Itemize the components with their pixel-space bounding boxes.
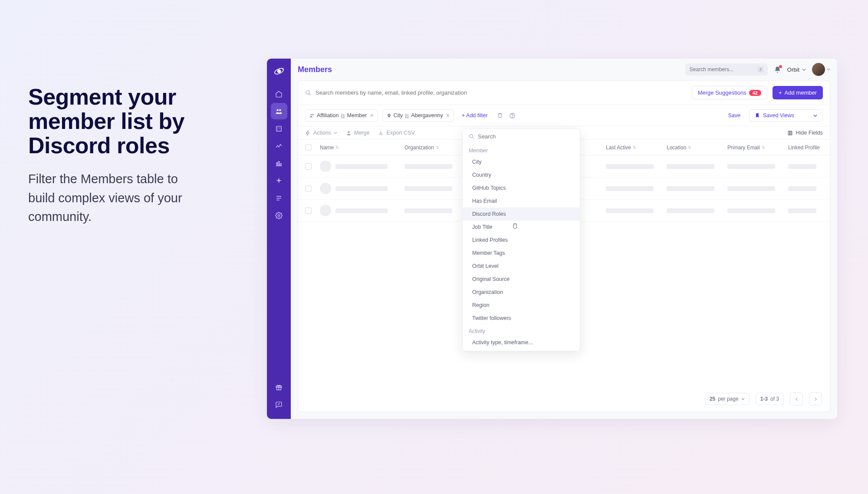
filter-search[interactable] bbox=[463, 129, 580, 144]
filter-option[interactable]: Country bbox=[463, 168, 580, 181]
columns-icon bbox=[787, 130, 793, 136]
select-all-checkbox[interactable] bbox=[305, 144, 312, 151]
row-checkbox[interactable] bbox=[305, 207, 312, 214]
column-location[interactable]: Location⇅ bbox=[667, 145, 727, 151]
remove-filter-icon[interactable]: × bbox=[370, 112, 373, 119]
skeleton bbox=[667, 186, 714, 191]
member-search-input[interactable] bbox=[316, 89, 687, 96]
notification-dot bbox=[779, 65, 782, 68]
filter-option[interactable]: Region bbox=[463, 299, 580, 312]
filter-option[interactable]: Job Title bbox=[463, 221, 580, 234]
add-member-button[interactable]: + Add member bbox=[773, 86, 823, 99]
bulk-actions-dropdown[interactable]: Actions bbox=[305, 130, 337, 136]
row-checkbox[interactable] bbox=[305, 163, 312, 170]
nav-sparkle-icon[interactable] bbox=[271, 172, 287, 189]
skeleton bbox=[404, 164, 452, 169]
skeleton bbox=[606, 164, 654, 169]
export-csv-button[interactable]: Export CSV bbox=[378, 130, 414, 136]
save-view-button[interactable]: Save bbox=[724, 110, 745, 121]
search-row: Merge Suggestions 42 + Add member bbox=[298, 81, 830, 105]
workspace-switcher[interactable]: Orbit bbox=[787, 66, 806, 73]
nav-settings-icon[interactable] bbox=[271, 207, 287, 224]
marketing-panel: Segment your member list by Discord role… bbox=[28, 85, 202, 227]
filter-help-icon[interactable] bbox=[509, 112, 516, 119]
member-search[interactable] bbox=[305, 89, 687, 96]
filter-group-activity: Activity bbox=[463, 325, 580, 336]
chevron-down-icon bbox=[827, 68, 830, 71]
global-search-input[interactable] bbox=[690, 66, 758, 72]
filter-option[interactable]: Orbit Level bbox=[463, 260, 580, 273]
orbit-logo-icon[interactable] bbox=[273, 65, 286, 78]
search-icon bbox=[469, 134, 474, 139]
nav-members-icon[interactable] bbox=[271, 103, 287, 119]
column-linked-profile[interactable]: Linked Profile bbox=[788, 145, 823, 151]
main-content: Members / Orbit bbox=[291, 59, 837, 419]
per-page-selector[interactable]: 25 per page bbox=[705, 393, 750, 405]
page-range: 1-3 of 3 bbox=[756, 393, 784, 405]
avatar-skeleton bbox=[320, 183, 331, 194]
nav-home-icon[interactable] bbox=[271, 86, 287, 102]
add-member-label: Add member bbox=[785, 89, 817, 96]
svg-rect-20 bbox=[791, 131, 792, 135]
skeleton bbox=[727, 164, 775, 169]
user-avatar[interactable] bbox=[812, 63, 825, 76]
saved-views-dropdown[interactable]: Saved Views bbox=[749, 109, 823, 122]
merge-suggestions-count: 42 bbox=[749, 90, 761, 96]
cursor-icon bbox=[513, 223, 519, 229]
filter-chip-affiliation[interactable]: Affiliation is Member × bbox=[305, 109, 378, 122]
nav-reports-icon[interactable] bbox=[271, 155, 287, 171]
merge-button[interactable]: Merge bbox=[346, 130, 369, 136]
skeleton bbox=[727, 186, 775, 191]
global-search[interactable]: / bbox=[685, 63, 768, 76]
svg-point-4 bbox=[279, 109, 281, 111]
avatar-skeleton bbox=[320, 161, 331, 172]
add-filter-dropdown: Member CityCountryGitHub TopicsHas Email… bbox=[462, 128, 580, 351]
nav-activity-icon[interactable] bbox=[271, 138, 287, 154]
next-page-button[interactable] bbox=[809, 392, 822, 405]
filter-row: Affiliation is Member × City is Abergave… bbox=[298, 105, 830, 126]
nav-organizations-icon[interactable] bbox=[271, 120, 287, 137]
prev-page-button[interactable] bbox=[790, 392, 803, 405]
filter-option[interactable]: Has Email bbox=[463, 194, 580, 207]
remove-filter-icon[interactable]: × bbox=[446, 112, 450, 119]
svg-point-16 bbox=[512, 117, 513, 117]
nav-feedback-icon[interactable] bbox=[271, 396, 287, 413]
clear-filters-icon[interactable] bbox=[495, 111, 505, 120]
filter-option[interactable]: Member Tags bbox=[463, 247, 580, 260]
sort-icon: ⇅ bbox=[436, 145, 439, 150]
filter-option[interactable]: Original Source bbox=[463, 273, 580, 286]
filter-search-input[interactable] bbox=[478, 133, 574, 140]
download-icon bbox=[378, 130, 384, 136]
filter-option[interactable]: GitHub Topics bbox=[463, 181, 580, 194]
merge-suggestions-button[interactable]: Merge Suggestions 42 bbox=[692, 86, 767, 99]
nav-list-icon[interactable] bbox=[271, 190, 287, 206]
column-last-active[interactable]: Last Active⇅ bbox=[606, 145, 667, 151]
bookmark-icon bbox=[755, 113, 760, 118]
svg-rect-8 bbox=[280, 164, 281, 166]
merge-suggestions-label: Merge Suggestions bbox=[698, 89, 746, 96]
column-primary-email[interactable]: Primary Email⇅ bbox=[727, 145, 788, 151]
marketing-heading: Segment your member list by Discord role… bbox=[28, 85, 202, 158]
filter-chip-city[interactable]: City is Abergavenny × bbox=[382, 109, 454, 122]
skeleton bbox=[335, 186, 388, 191]
row-checkbox[interactable] bbox=[305, 185, 312, 192]
add-filter-button[interactable]: + Add filter bbox=[458, 110, 491, 121]
nav-gift-icon[interactable] bbox=[271, 379, 287, 395]
skeleton bbox=[335, 208, 388, 213]
topbar: Members / Orbit bbox=[291, 59, 837, 80]
column-name[interactable]: Name⇅ bbox=[320, 145, 404, 151]
workspace-name: Orbit bbox=[787, 66, 799, 73]
skeleton bbox=[404, 186, 452, 191]
notifications-bell-icon[interactable] bbox=[774, 66, 781, 73]
filter-option[interactable]: Discord Roles bbox=[463, 207, 580, 221]
skeleton bbox=[667, 208, 714, 213]
hide-fields-button[interactable]: Hide Fields bbox=[787, 130, 823, 136]
page-title: Members bbox=[298, 65, 332, 74]
filter-option[interactable]: Twitter followers bbox=[463, 312, 580, 325]
filter-option[interactable]: Organization bbox=[463, 286, 580, 299]
filter-option[interactable]: City bbox=[463, 155, 580, 168]
svg-point-0 bbox=[277, 69, 281, 73]
filter-option[interactable]: Activity type, timeframe... bbox=[463, 336, 580, 349]
filter-option[interactable]: Linked Profiles bbox=[463, 234, 580, 247]
sort-icon: ⇅ bbox=[688, 145, 691, 150]
